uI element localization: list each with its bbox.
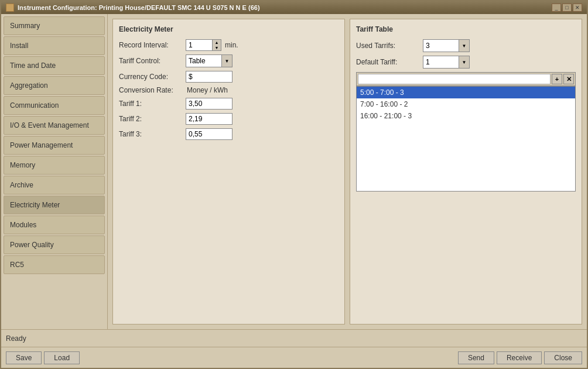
electricity-meter-panel: Electricity Meter Record Interval: ▲ ▼ m… (112, 19, 345, 324)
spin-buttons: ▲ ▼ (212, 39, 221, 51)
tariff-list-container: + ✕ 5:00 - 7:00 - 3 7:00 - 16:00 - 2 16:… (356, 72, 576, 192)
default-tariff-value: 1 (423, 56, 459, 68)
sidebar-item-memory[interactable]: Memory (4, 156, 105, 175)
default-tariff-row: Default Tariff: 1 ▼ (356, 56, 576, 69)
used-tarrifs-arrow[interactable]: ▼ (459, 40, 469, 52)
currency-code-row: Currency Code: (119, 71, 339, 83)
tariff-list-item[interactable]: 16:00 - 21:00 - 3 (357, 110, 575, 122)
record-interval-spin: ▲ ▼ (186, 39, 221, 51)
footer-buttons-right: Send Receive Close (458, 351, 582, 364)
tariff2-input[interactable] (186, 113, 233, 125)
tariff-list-item[interactable]: 7:00 - 16:00 - 2 (357, 98, 575, 110)
sidebar-item-summary[interactable]: Summary (4, 16, 105, 35)
sidebar-item-power-quality[interactable]: Power Quality (4, 235, 105, 254)
tariff1-label: Tariff 1: (119, 100, 183, 108)
sidebar-item-rc5[interactable]: RC5 (4, 255, 105, 274)
status-bar: Ready (1, 329, 587, 347)
sidebar-item-aggregation[interactable]: Aggregation (4, 76, 105, 95)
sidebar-item-power-management[interactable]: Power Management (4, 136, 105, 155)
window-title: Instrument Configuration: Printing House… (18, 4, 260, 11)
title-controls: _ □ ✕ (552, 4, 582, 12)
default-tariff-label: Default Tariff: (356, 58, 421, 66)
footer-row: Save Load Send Receive Close (1, 347, 587, 368)
currency-code-input[interactable] (186, 71, 233, 83)
record-interval-label: Record Interval: (119, 41, 183, 49)
default-tariff-arrow[interactable]: ▼ (459, 56, 469, 68)
footer-buttons-left: Save Load (6, 351, 80, 364)
tariff-table-title: Tariff Table (356, 25, 576, 33)
main-content: Electricity Meter Record Interval: ▲ ▼ m… (108, 14, 587, 329)
tariff-control-arrow[interactable]: ▼ (221, 55, 232, 67)
tariff-control-row: Tariff Control: Table ▼ (119, 54, 339, 67)
maximize-button[interactable]: □ (562, 4, 572, 12)
record-interval-unit: min. (225, 41, 238, 49)
used-tarrifs-value: 3 (423, 40, 459, 52)
close-button[interactable]: Close (544, 351, 582, 364)
title-bar-left: Instrument Configuration: Printing House… (6, 4, 260, 12)
electricity-meter-title: Electricity Meter (119, 25, 339, 33)
tariff-control-label: Tariff Control: (119, 57, 183, 65)
content-area: Summary Install Time and Date Aggregatio… (1, 14, 587, 329)
default-tariff-select[interactable]: 1 ▼ (423, 56, 470, 69)
send-button[interactable]: Send (458, 351, 494, 364)
sidebar-item-io-event[interactable]: I/O & Event Management (4, 116, 105, 135)
tariff-toolbar: + ✕ (356, 72, 576, 86)
main-window: Instrument Configuration: Printing House… (0, 0, 588, 369)
remove-tariff-button[interactable]: ✕ (563, 74, 574, 84)
tariff-table-panel: Tariff Table Used Tarrifs: 3 ▼ Default T… (350, 19, 582, 324)
sidebar-item-install[interactable]: Install (4, 36, 105, 55)
record-interval-input[interactable] (186, 39, 212, 51)
instrument-icon (6, 4, 14, 12)
record-interval-row: Record Interval: ▲ ▼ min. (119, 39, 339, 51)
sidebar-item-modules[interactable]: Modules (4, 216, 105, 234)
status-text: Ready (6, 334, 26, 343)
sidebar-item-communication[interactable]: Communication (4, 96, 105, 115)
tariff1-input[interactable] (186, 98, 233, 110)
save-button[interactable]: Save (6, 351, 42, 364)
conversion-rate-unit: Money / kWh (187, 86, 228, 94)
sidebar: Summary Install Time and Date Aggregatio… (1, 14, 108, 329)
tariff-entry-input[interactable] (358, 74, 551, 84)
add-tariff-button[interactable]: + (552, 74, 562, 84)
sidebar-item-time-and-date[interactable]: Time and Date (4, 56, 105, 75)
tariff-list-item[interactable]: 5:00 - 7:00 - 3 (357, 87, 575, 98)
window-close-button[interactable]: ✕ (573, 4, 582, 12)
conversion-rate-row: Conversion Rate: Money / kWh (119, 86, 339, 94)
currency-code-label: Currency Code: (119, 73, 183, 81)
tariff2-label: Tariff 2: (119, 115, 183, 123)
minimize-button[interactable]: _ (552, 4, 561, 12)
tariff-control-select[interactable]: Table ▼ (186, 54, 233, 67)
tariff2-row: Tariff 2: (119, 113, 339, 125)
spin-down-button[interactable]: ▼ (213, 45, 221, 50)
receive-button[interactable]: Receive (497, 351, 542, 364)
sidebar-item-archive[interactable]: Archive (4, 176, 105, 194)
title-bar: Instrument Configuration: Printing House… (1, 1, 587, 14)
sidebar-item-electricity-meter[interactable]: Electricity Meter (4, 196, 105, 214)
tariff-list: 5:00 - 7:00 - 3 7:00 - 16:00 - 2 16:00 -… (356, 86, 576, 192)
conversion-rate-label: Conversion Rate: (119, 86, 183, 94)
tariff1-row: Tariff 1: (119, 98, 339, 110)
load-button[interactable]: Load (44, 351, 80, 364)
tariff-control-value: Table (186, 55, 221, 67)
tariff3-label: Tariff 3: (119, 130, 183, 138)
used-tarrifs-row: Used Tarrifs: 3 ▼ (356, 39, 576, 52)
used-tarrifs-label: Used Tarrifs: (356, 42, 421, 50)
tariff3-input[interactable] (186, 128, 233, 140)
tariff3-row: Tariff 3: (119, 128, 339, 140)
used-tarrifs-select[interactable]: 3 ▼ (423, 39, 470, 52)
panels-row: Electricity Meter Record Interval: ▲ ▼ m… (112, 19, 582, 324)
spin-up-button[interactable]: ▲ (213, 40, 221, 45)
